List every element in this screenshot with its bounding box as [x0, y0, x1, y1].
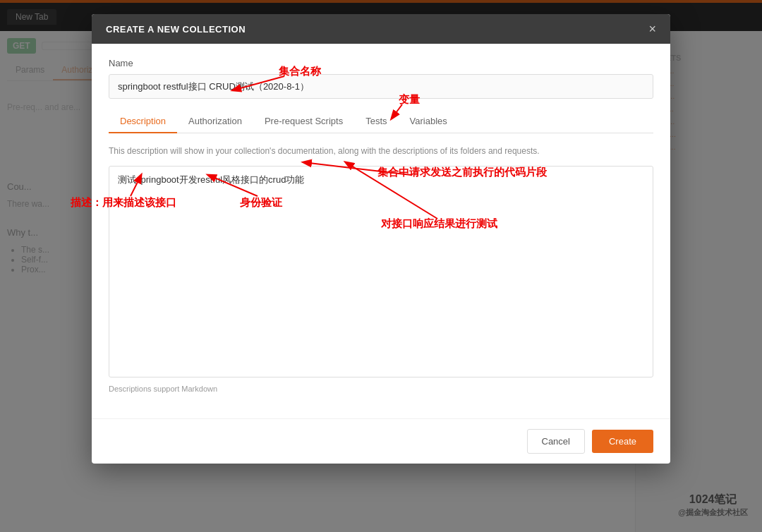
modal-title: CREATE A NEW COLLECTION [106, 24, 246, 35]
collection-name-input[interactable] [109, 74, 653, 99]
tab-tests[interactable]: Tests [354, 110, 398, 133]
modal-overlay: CREATE A NEW COLLECTION × Name Descripti… [0, 0, 762, 532]
watermark-main: 1024笔记 [678, 492, 748, 507]
modal-close-button[interactable]: × [648, 23, 656, 35]
markdown-support-note: Descriptions support Markdown [109, 385, 653, 393]
modal-body: Name Description Authorization Pre-reque… [92, 44, 670, 418]
modal-footer: Cancel Create [92, 418, 670, 464]
watermark: 1024笔记 @掘金淘金技术社区 [678, 492, 748, 518]
cancel-button[interactable]: Cancel [527, 429, 585, 454]
tab-variables[interactable]: Variables [399, 110, 459, 133]
description-textarea[interactable]: 测试springboot开发restful风格接口的crud功能 [109, 166, 653, 377]
create-collection-modal: CREATE A NEW COLLECTION × Name Descripti… [92, 14, 670, 464]
tab-authorization[interactable]: Authorization [177, 110, 253, 133]
description-hint-text: This description will show in your colle… [109, 145, 653, 157]
create-button[interactable]: Create [592, 430, 653, 453]
name-field-label: Name [109, 58, 653, 68]
watermark-sub: @掘金淘金技术社区 [678, 507, 748, 518]
tab-description[interactable]: Description [109, 110, 177, 133]
modal-tabs-row: Description Authorization Pre-request Sc… [109, 110, 653, 133]
tab-pre-request-scripts[interactable]: Pre-request Scripts [253, 110, 354, 133]
modal-header: CREATE A NEW COLLECTION × [92, 14, 670, 44]
tab-content-description: This description will show in your colle… [109, 133, 653, 404]
